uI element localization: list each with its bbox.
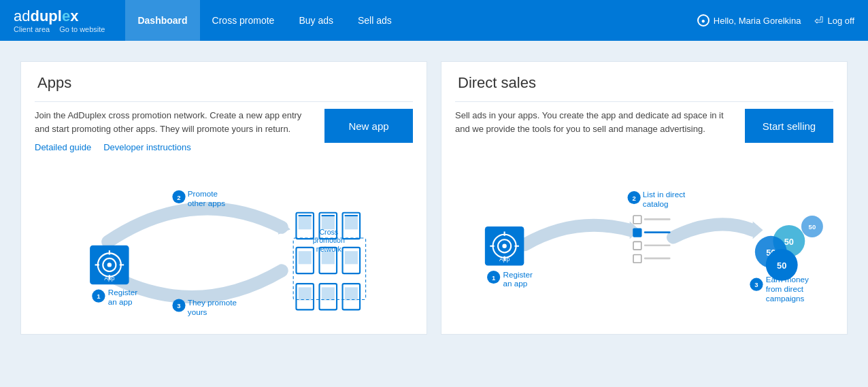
svg-rect-63: [633, 241, 641, 250]
svg-rect-29: [322, 287, 335, 300]
main-nav: Dashboard Cross promote Buy ads Sell ads: [125, 0, 697, 41]
svg-text:Promote: Promote: [188, 189, 218, 198]
svg-text:App: App: [499, 256, 510, 263]
svg-text:campaigns: campaigns: [766, 294, 805, 303]
logo-text: adduplex: [14, 7, 105, 25]
nav-buy-ads[interactable]: Buy ads: [286, 0, 346, 41]
svg-text:3: 3: [177, 302, 180, 309]
apps-links: Detailed guide Developer instructions: [35, 141, 311, 154]
nav-dashboard[interactable]: Dashboard: [125, 0, 199, 41]
logoff-link[interactable]: ⏎ Log off: [814, 14, 854, 27]
svg-text:50: 50: [777, 260, 786, 271]
svg-rect-19: [345, 214, 358, 216]
svg-text:from direct: from direct: [766, 284, 804, 293]
new-app-button[interactable]: New app: [324, 109, 413, 143]
svg-text:They promote: They promote: [188, 298, 237, 307]
svg-text:other apps: other apps: [188, 199, 225, 207]
client-area-link[interactable]: Client area: [14, 25, 50, 33]
svg-text:List in direct: List in direct: [643, 190, 686, 199]
svg-text:an app: an app: [503, 279, 527, 288]
svg-text:3: 3: [754, 281, 758, 288]
direct-sales-description: Sell ads in your apps. You create the ap…: [455, 109, 731, 135]
svg-point-53: [502, 244, 506, 248]
svg-text:50: 50: [809, 223, 816, 231]
svg-rect-21: [299, 251, 312, 264]
logo-sub: Client area Go to website: [14, 25, 105, 33]
logo-area: adduplex Client area Go to website: [14, 7, 105, 33]
svg-rect-27: [299, 287, 312, 300]
svg-rect-13: [299, 214, 312, 216]
svg-text:an app: an app: [108, 297, 133, 305]
direct-sales-description-area: Sell ads in your apps. You create the ap…: [455, 109, 731, 135]
svg-text:Earn money: Earn money: [766, 275, 809, 284]
svg-text:2: 2: [632, 195, 635, 202]
svg-text:Register: Register: [503, 270, 533, 279]
header-right: ● Hello, Maria Gorelkina ⏎ Log off: [697, 14, 854, 27]
apps-description-area: Join the AdDuplex cross promotion networ…: [35, 109, 311, 154]
svg-text:yours: yours: [188, 307, 207, 316]
user-icon: ●: [697, 14, 710, 27]
svg-marker-49: [753, 222, 763, 239]
direct-sales-svg: App 50: [441, 152, 847, 322]
main-content: Apps Join the AdDuplex cross promotion n…: [0, 41, 868, 348]
svg-text:50: 50: [784, 237, 794, 247]
svg-rect-18: [345, 216, 358, 229]
svg-rect-12: [299, 216, 312, 229]
svg-point-5: [107, 263, 112, 267]
apps-section: Apps Join the AdDuplex cross promotion n…: [20, 61, 427, 335]
apps-top: Join the AdDuplex cross promotion networ…: [21, 102, 427, 164]
header: adduplex Client area Go to website Dashb…: [0, 0, 868, 41]
user-greeting: Hello, Maria Gorelkina: [714, 16, 801, 26]
nav-sell-ads[interactable]: Sell ads: [346, 0, 404, 41]
apps-title: Apps: [21, 62, 427, 101]
direct-sales-title: Direct sales: [441, 62, 847, 101]
direct-sales-top: Sell ads in your apps. You create the ap…: [441, 102, 847, 152]
svg-text:promotion: promotion: [313, 236, 345, 244]
svg-text:App: App: [104, 274, 114, 281]
svg-text:Register: Register: [108, 288, 138, 297]
svg-rect-59: [633, 216, 641, 224]
cross-promo-svg: App: [21, 164, 427, 334]
svg-text:Cross: Cross: [319, 227, 338, 235]
direct-sales-diagram-area: App 50: [441, 152, 847, 322]
svg-text:1: 1: [492, 274, 496, 282]
svg-text:1: 1: [97, 292, 101, 300]
user-info: ● Hello, Maria Gorelkina: [697, 14, 801, 27]
svg-text:network: network: [316, 245, 342, 253]
start-selling-button[interactable]: Start selling: [745, 109, 833, 143]
developer-instructions-link[interactable]: Developer instructions: [103, 141, 191, 154]
svg-text:catalog: catalog: [643, 199, 669, 208]
svg-text:2: 2: [177, 193, 180, 201]
svg-rect-61: [633, 229, 641, 237]
svg-rect-16: [322, 214, 335, 216]
go-to-website-link[interactable]: Go to website: [59, 25, 105, 33]
nav-cross-promote[interactable]: Cross promote: [200, 0, 287, 41]
logoff-label: Log off: [827, 16, 854, 26]
apps-description: Join the AdDuplex cross promotion networ…: [35, 109, 311, 135]
logoff-icon: ⏎: [814, 14, 823, 27]
svg-rect-65: [633, 255, 641, 263]
cross-promo-diagram-area: App: [21, 164, 427, 334]
svg-rect-25: [345, 251, 358, 264]
direct-sales-section: Direct sales Sell ads in your apps. You …: [441, 61, 848, 335]
svg-rect-31: [345, 287, 358, 300]
detailed-guide-link[interactable]: Detailed guide: [35, 141, 91, 154]
